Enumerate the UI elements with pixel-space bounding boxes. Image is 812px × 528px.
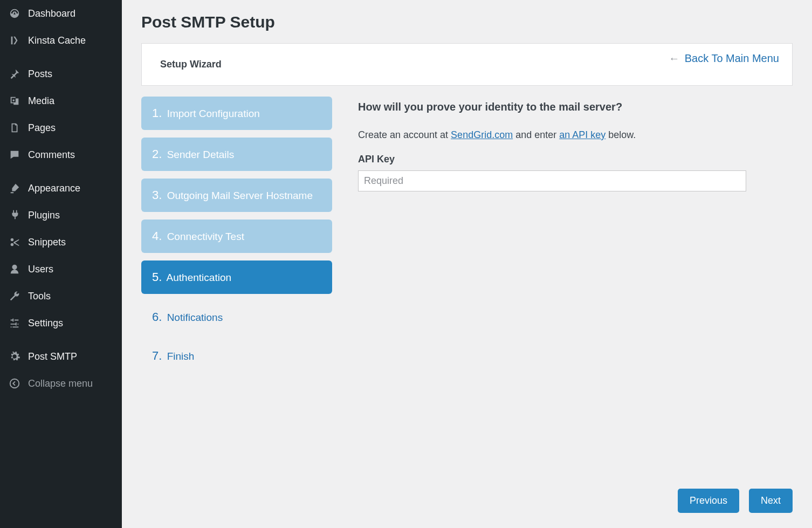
content-heading: How will you prove your identity to the …	[358, 101, 793, 113]
wizard-step-3[interactable]: 3. Outgoing Mail Server Hostname	[141, 179, 332, 212]
sidebar-item-label: Plugins	[28, 210, 60, 221]
sidebar-item-label: Dashboard	[28, 8, 75, 19]
dashboard-icon	[8, 6, 22, 20]
sidebar-item-pages[interactable]: Pages	[0, 114, 122, 141]
content-paragraph: Create an account at SendGrid.com and en…	[358, 129, 793, 141]
api-key-link[interactable]: an API key	[559, 129, 605, 140]
sidebar-item-comments[interactable]: Comments	[0, 141, 122, 168]
step-label: Finish	[167, 351, 195, 362]
wizard-nav-buttons: Previous Next	[678, 489, 793, 513]
previous-button[interactable]: Previous	[678, 489, 739, 513]
sidebar-item-label: Media	[28, 95, 54, 107]
step-number: 4.	[152, 229, 162, 243]
user-icon	[8, 262, 22, 276]
sidebar-item-label: Snippets	[28, 237, 66, 248]
sidebar-item-settings[interactable]: Settings	[0, 310, 122, 337]
back-link-label: Back To Main Menu	[685, 52, 779, 64]
sidebar-item-label: Comments	[28, 149, 75, 161]
page-title: Post SMTP Setup	[141, 13, 793, 31]
sliders-icon	[8, 316, 22, 330]
collapse-menu[interactable]: Collapse menu	[0, 370, 122, 397]
collapse-label: Collapse menu	[28, 378, 93, 389]
pin-icon	[8, 67, 22, 81]
scissors-icon	[8, 235, 22, 249]
step-label: Notifications	[167, 312, 223, 323]
sidebar-item-label: Users	[28, 264, 53, 275]
step-number: 7.	[152, 349, 162, 362]
para-text: and enter	[513, 129, 559, 140]
step-content: How will you prove your identity to the …	[358, 97, 793, 372]
sidebar-item-label: Pages	[28, 122, 56, 134]
pages-icon	[8, 121, 22, 135]
brush-icon	[8, 181, 22, 195]
sidebar-item-appearance[interactable]: Appearance	[0, 175, 122, 202]
sidebar-item-posts[interactable]: Posts	[0, 60, 122, 87]
sidebar-item-label: Tools	[28, 291, 51, 302]
step-label: Import Configuration	[167, 108, 260, 119]
step-number: 6.	[152, 310, 162, 324]
back-to-main-link[interactable]: ← Back To Main Menu	[669, 52, 779, 65]
collapse-icon	[8, 376, 22, 390]
wizard-step-1[interactable]: 1. Import Configuration	[141, 97, 332, 130]
step-label: Outgoing Mail Server Hostname	[167, 190, 313, 201]
step-label: Sender Details	[167, 149, 235, 160]
setup-panel: ← Back To Main Menu Setup Wizard	[141, 43, 793, 86]
kinsta-icon	[8, 33, 22, 47]
svg-point-0	[10, 379, 19, 388]
api-key-input[interactable]	[358, 170, 746, 191]
para-text: Create an account at	[358, 129, 451, 140]
wrench-icon	[8, 289, 22, 303]
sidebar-item-post-smtp[interactable]: Post SMTP	[0, 343, 122, 370]
comment-icon	[8, 148, 22, 162]
step-number: 2.	[152, 147, 162, 161]
sidebar-item-media[interactable]: Media	[0, 87, 122, 114]
sidebar-item-users[interactable]: Users	[0, 256, 122, 283]
wizard-step-5[interactable]: 5. Authentication	[141, 260, 332, 294]
gear-icon	[8, 349, 22, 364]
wizard-step-6[interactable]: 6. Notifications	[141, 301, 332, 333]
sidebar-item-tools[interactable]: Tools	[0, 283, 122, 310]
next-button[interactable]: Next	[749, 489, 793, 513]
step-label: Authentication	[167, 272, 231, 283]
para-text: below.	[605, 129, 636, 140]
media-icon	[8, 94, 22, 108]
admin-sidebar: DashboardKinsta CachePostsMediaPagesComm…	[0, 0, 122, 528]
sidebar-item-snippets[interactable]: Snippets	[0, 229, 122, 256]
sidebar-item-plugins[interactable]: Plugins	[0, 202, 122, 229]
step-number: 3.	[152, 188, 162, 202]
sidebar-item-kinsta-cache[interactable]: Kinsta Cache	[0, 27, 122, 54]
wizard-step-7[interactable]: 7. Finish	[141, 340, 332, 372]
sidebar-item-label: Appearance	[28, 183, 80, 194]
wizard-step-2[interactable]: 2. Sender Details	[141, 138, 332, 171]
sidebar-item-dashboard[interactable]: Dashboard	[0, 0, 122, 27]
wizard-container: 1. Import Configuration2. Sender Details…	[141, 97, 793, 372]
step-number: 1.	[152, 106, 162, 120]
sidebar-item-label: Posts	[28, 68, 52, 80]
plug-icon	[8, 208, 22, 222]
sidebar-item-label: Settings	[28, 318, 63, 329]
sidebar-item-label: Post SMTP	[28, 351, 77, 362]
wizard-step-4[interactable]: 4. Connectivity Test	[141, 220, 332, 253]
api-key-label: API Key	[358, 154, 793, 165]
sidebar-item-label: Kinsta Cache	[28, 35, 86, 46]
sendgrid-link[interactable]: SendGrid.com	[451, 129, 513, 140]
arrow-left-icon: ←	[669, 52, 679, 64]
wizard-steps: 1. Import Configuration2. Sender Details…	[141, 97, 332, 372]
main-content: Post SMTP Setup ← Back To Main Menu Setu…	[122, 0, 812, 528]
step-number: 5.	[152, 270, 162, 284]
step-label: Connectivity Test	[167, 231, 244, 242]
